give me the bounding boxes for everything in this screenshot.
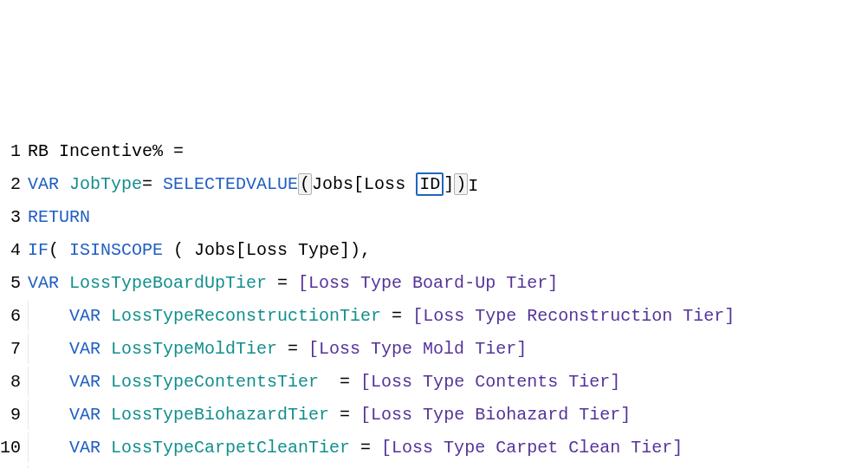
code-token: IF: [28, 240, 49, 260]
code-token: VAR: [28, 174, 59, 194]
code-token: LossTypeCarpetCleanTier: [111, 438, 350, 458]
code-line[interactable]: 5VAR LossTypeBoardUpTier = [Loss Type Bo…: [0, 267, 868, 300]
code-token: [Loss Type Reconstruction Tier]: [412, 306, 735, 326]
line-number: 8: [0, 366, 28, 399]
line-number: 9: [0, 399, 28, 432]
code-token: [Loss Type Board-Up Tier]: [298, 273, 558, 293]
code-token: [Loss Type Contents Tier]: [360, 372, 620, 392]
code-token: (: [298, 173, 312, 195]
code-line[interactable]: 2VAR JobType= SELECTEDVALUE(Jobs[Loss ID…: [0, 168, 868, 201]
code-token: [100, 306, 111, 326]
code-token: LossTypeBoardUpTier: [69, 273, 267, 293]
line-number: 5: [0, 267, 28, 300]
code-line[interactable]: 4IF( ISINSCOPE ( Jobs[Loss Type]),: [0, 234, 868, 267]
code-token: [Loss Type Carpet Clean Tier]: [381, 438, 683, 458]
code-token: [100, 405, 111, 425]
code-token: =: [142, 174, 163, 194]
code-token: SELECTEDVALUE: [163, 174, 298, 194]
code-token: VAR: [69, 405, 100, 425]
code-content[interactable]: VAR LossTypeReconstructionTier = [Loss T…: [28, 300, 735, 333]
code-content[interactable]: VAR LossTypeCarpetCleanTier = [Loss Type…: [28, 432, 683, 465]
code-token: [59, 174, 69, 194]
code-token: =: [267, 273, 298, 293]
code-line[interactable]: 11 VAR LossTypeSTRCleanTier = [Loss Type…: [0, 465, 868, 468]
code-token: ( Jobs[Loss Type]),: [163, 240, 371, 260]
code-line[interactable]: 10 VAR LossTypeCarpetCleanTier = [Loss T…: [0, 432, 868, 465]
code-token: [Loss Type Mold Tier]: [308, 339, 527, 359]
code-line[interactable]: 8 VAR LossTypeContentsTier = [Loss Type …: [0, 366, 868, 399]
code-token: [100, 339, 111, 359]
code-token: JobType: [69, 174, 142, 194]
line-number: 4: [0, 234, 28, 267]
code-token: Jobs[Loss: [312, 174, 416, 194]
code-token: LossTypeContentsTier: [111, 372, 319, 392]
indent-guide: [28, 438, 69, 458]
code-token: RB Incentive% =: [28, 141, 184, 161]
code-content[interactable]: VAR LossTypeBoardUpTier = [Loss Type Boa…: [28, 267, 558, 300]
code-token: VAR: [69, 339, 100, 359]
code-token: LossTypeBiohazardTier: [111, 405, 329, 425]
indent-guide: [28, 306, 69, 326]
line-number: 2: [0, 168, 28, 201]
line-number: 10: [0, 432, 28, 465]
code-token: ID: [416, 172, 444, 196]
code-content[interactable]: RETURN: [28, 201, 90, 234]
code-token: [Loss Type Biohazard Tier]: [360, 405, 631, 425]
code-token: =: [319, 372, 360, 392]
code-token: LossTypeReconstructionTier: [111, 306, 381, 326]
indent-guide: [28, 372, 69, 392]
code-token: (: [49, 240, 69, 260]
code-token: =: [350, 438, 381, 458]
code-content[interactable]: VAR JobType= SELECTEDVALUE(Jobs[Loss ID]…: [28, 168, 478, 201]
code-content[interactable]: RB Incentive% =: [28, 135, 184, 168]
code-content[interactable]: VAR LossTypeBiohazardTier = [Loss Type B…: [28, 399, 631, 432]
dax-code-editor[interactable]: 1RB Incentive% =2VAR JobType= SELECTEDVA…: [0, 135, 868, 468]
code-token: =: [329, 405, 360, 425]
code-token: =: [277, 339, 308, 359]
code-line[interactable]: 6 VAR LossTypeReconstructionTier = [Loss…: [0, 300, 868, 333]
code-line[interactable]: 9 VAR LossTypeBiohazardTier = [Loss Type…: [0, 399, 868, 432]
line-number: 1: [0, 135, 28, 168]
code-token: [100, 438, 111, 458]
code-token: VAR: [69, 438, 100, 458]
code-token: VAR: [69, 372, 100, 392]
indent-guide: [28, 405, 69, 425]
line-number: 6: [0, 300, 28, 333]
line-number: 11: [0, 465, 28, 468]
code-token: [59, 273, 69, 293]
code-token: [100, 372, 111, 392]
code-line[interactable]: 1RB Incentive% =: [0, 135, 868, 168]
code-token: ): [454, 173, 468, 195]
code-token: =: [381, 306, 412, 326]
code-token: ISINSCOPE: [69, 240, 163, 260]
line-number: 7: [0, 333, 28, 366]
code-token: RETURN: [28, 207, 90, 227]
indent-guide: [28, 339, 69, 359]
text-cursor-icon: I: [468, 170, 478, 203]
line-number: 3: [0, 201, 28, 234]
code-token: LossTypeMoldTier: [111, 339, 277, 359]
code-line[interactable]: 3RETURN: [0, 201, 868, 234]
code-content[interactable]: VAR LossTypeMoldTier = [Loss Type Mold T…: [28, 333, 527, 366]
code-token: ]: [444, 174, 454, 194]
code-content[interactable]: IF( ISINSCOPE ( Jobs[Loss Type]),: [28, 234, 371, 267]
code-token: VAR: [28, 273, 59, 293]
code-content[interactable]: VAR LossTypeContentsTier = [Loss Type Co…: [28, 366, 620, 399]
code-line[interactable]: 7 VAR LossTypeMoldTier = [Loss Type Mold…: [0, 333, 868, 366]
code-token: VAR: [69, 306, 100, 326]
code-content[interactable]: VAR LossTypeSTRCleanTier = [Loss Type ST…: [28, 465, 620, 468]
